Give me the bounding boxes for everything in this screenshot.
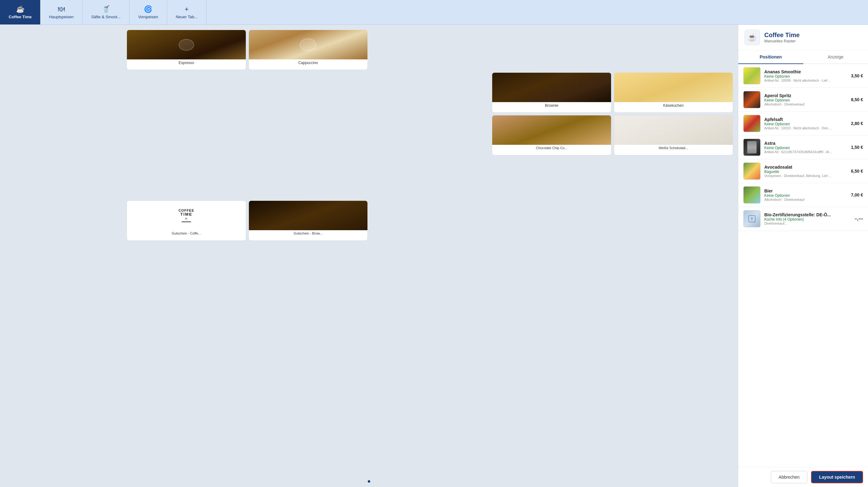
avocado-name: Avocadosalat <box>764 165 847 169</box>
weisse-image <box>614 116 733 145</box>
avocado-option: Baguette <box>764 169 847 174</box>
aperol-option: Keine Optionen <box>764 98 847 102</box>
empty-r6-1 <box>5 243 124 284</box>
empty-r4-6 <box>614 158 733 198</box>
tab-coffee-time[interactable]: ☕ Coffee Time <box>0 0 40 25</box>
tab-anzeige[interactable]: Anzeige <box>803 51 868 63</box>
list-item-bier[interactable]: Bier Keine Optionen Alkoholisch · Direkt… <box>738 183 868 207</box>
empty-r5-4 <box>370 200 489 241</box>
panel-footer: Abbrechen Layout speichern <box>738 467 868 487</box>
grid-item-kaesekuchen[interactable]: Käsekuchen <box>614 72 733 112</box>
empty-r6-2 <box>127 243 246 284</box>
list-item-apfel[interactable]: Apfelsaft Keine Optionen Artikel-Nr.: 10… <box>738 112 868 135</box>
bio-name: Bio-Zertifizierungsstelle: DE-Ö... <box>764 212 851 217</box>
weisse-label: Weiße Schokolad... <box>657 145 690 151</box>
empty-cell-9 <box>127 115 246 155</box>
avocado-thumb <box>743 162 761 180</box>
empty-r4-2 <box>127 158 246 198</box>
astra-name: Astra <box>764 141 847 146</box>
grid-item-weisse[interactable]: Weiße Schokolad... <box>614 115 733 155</box>
empty-r5-6 <box>614 200 733 241</box>
saefte-icon: 🥤 <box>102 5 110 13</box>
tab-saefte-label: Säfte & Smoot... <box>91 14 121 19</box>
tab-saefte[interactable]: 🥤 Säfte & Smoot... <box>83 0 130 25</box>
panel-title: Coffee Time <box>764 32 800 39</box>
tab-positionen[interactable]: Positionen <box>738 51 803 64</box>
tab-vorspeisen[interactable]: 🌀 Vorspeisen <box>129 0 167 25</box>
bio-thumb <box>743 210 761 227</box>
gutschein-brownie-image <box>249 201 367 230</box>
hauptspeisen-icon: 🍽 <box>58 5 65 13</box>
empty-cell <box>5 30 124 70</box>
grid-item-brownie[interactable]: Brownie <box>492 72 611 112</box>
page-indicator <box>368 480 370 483</box>
right-panel: ☕ Coffee Time Manuelles Raster Positione… <box>738 25 868 487</box>
panel-tabs: Positionen Anzeige <box>738 51 868 64</box>
empty-r6-3 <box>249 243 368 284</box>
items-list: Ananas Smoothie Keine Optionen Artikel-N… <box>738 64 868 467</box>
ananas-option: Keine Optionen <box>764 74 847 78</box>
empty-r4-4 <box>370 158 489 198</box>
list-item-aperol[interactable]: Aperol Spritz Keine Optionen Alkoholisch… <box>738 88 868 112</box>
bier-price: 7,00 € <box>851 192 863 197</box>
page-dot-active <box>368 480 370 483</box>
list-item-ananas[interactable]: Ananas Smoothie Keine Optionen Artikel-N… <box>738 64 868 88</box>
empty-cell-11 <box>370 115 489 155</box>
bio-price: –,–– <box>855 216 863 221</box>
tab-neuer[interactable]: + Neuer Tab... <box>167 0 207 25</box>
apfel-price: 2,80 € <box>851 121 863 126</box>
tab-hauptspeisen[interactable]: 🍽 Hauptspeisen <box>40 0 83 25</box>
aperol-thumb <box>743 91 761 108</box>
espresso-image <box>127 30 246 59</box>
empty-r6-6 <box>614 243 733 284</box>
empty-cell-3 <box>614 30 733 70</box>
astra-info: Astra Keine Optionen Artikel-Nr.: 621c85… <box>764 141 847 154</box>
empty-cell-4 <box>5 72 124 112</box>
empty-cell-10 <box>249 115 368 155</box>
brownie-label: Brownie <box>543 102 560 109</box>
list-item-avocado[interactable]: Avocadosalat Baguette Vorspeisen · Direk… <box>738 159 868 183</box>
tab-coffee-time-label: Coffee Time <box>9 14 32 19</box>
apfel-option: Keine Optionen <box>764 122 847 126</box>
ananas-price: 3,50 € <box>851 73 863 78</box>
avocado-info: Avocadosalat Baguette Vorspeisen · Direk… <box>764 165 847 177</box>
panel-header-icon: ☕ <box>744 30 760 45</box>
grid-item-gutschein-coffee[interactable]: COFFEE TIME ☕ Gutschein - Coffe... <box>127 200 246 241</box>
empty-r5-5 <box>492 200 611 241</box>
grid-item-cookie[interactable]: Chocolate Chip Co... <box>492 115 611 155</box>
save-button[interactable]: Layout speichern <box>811 471 863 483</box>
empty-cell-2 <box>492 30 611 70</box>
bier-name: Bier <box>764 188 847 193</box>
bier-info: Bier Keine Optionen Alkoholisch · Direkt… <box>764 188 847 201</box>
empty-r6-5 <box>492 243 611 284</box>
cancel-button[interactable]: Abbrechen <box>771 471 807 483</box>
astra-price: 1,50 € <box>851 145 863 150</box>
bio-info: Bio-Zertifizierungsstelle: DE-Ö... Küche… <box>764 212 851 225</box>
bier-option: Keine Optionen <box>764 193 847 198</box>
aperol-name: Aperol Spritz <box>764 93 847 98</box>
brownie-image <box>492 73 611 102</box>
grid-item-cappuccino[interactable]: Cappuccino <box>249 30 368 70</box>
cookie-image <box>492 116 611 145</box>
astra-meta: Artikel-Nr.: 621c8573743536f9424cdff0 · … <box>764 150 832 154</box>
grid-item-gutschein-brownie[interactable]: Gutschein - Brow... <box>249 200 368 241</box>
list-item-astra[interactable]: Astra Keine Optionen Artikel-Nr.: 621c85… <box>738 135 868 159</box>
kaesekuchen-label: Käsekuchen <box>661 102 685 109</box>
gutschein-coffee-image: COFFEE TIME ☕ <box>127 201 246 230</box>
empty-r6-4 <box>370 243 489 284</box>
empty-r4-3 <box>249 158 368 198</box>
ananas-meta: Artikel-Nr.: 10009 · Nicht alkoholisch ·… <box>764 78 832 82</box>
neuer-icon: + <box>185 5 189 13</box>
grid-item-espresso[interactable]: Espresso <box>127 30 246 70</box>
bio-meta: Direktverkauf... <box>764 222 832 225</box>
panel-header-text: Coffee Time Manuelles Raster <box>764 32 800 43</box>
list-item-bio[interactable]: Bio-Zertifizierungsstelle: DE-Ö... Küche… <box>738 207 868 231</box>
vorspeisen-icon: 🌀 <box>144 5 152 13</box>
apfel-meta: Artikel-Nr.: 10010 · Nicht alkoholisch ·… <box>764 126 832 130</box>
cappuccino-image <box>249 30 367 59</box>
ananas-name: Ananas Smoothie <box>764 69 847 74</box>
empty-cell-5 <box>127 72 246 112</box>
empty-cell-8 <box>5 115 124 155</box>
tab-neuer-label: Neuer Tab... <box>176 14 198 19</box>
empty-r5-1 <box>5 200 124 241</box>
